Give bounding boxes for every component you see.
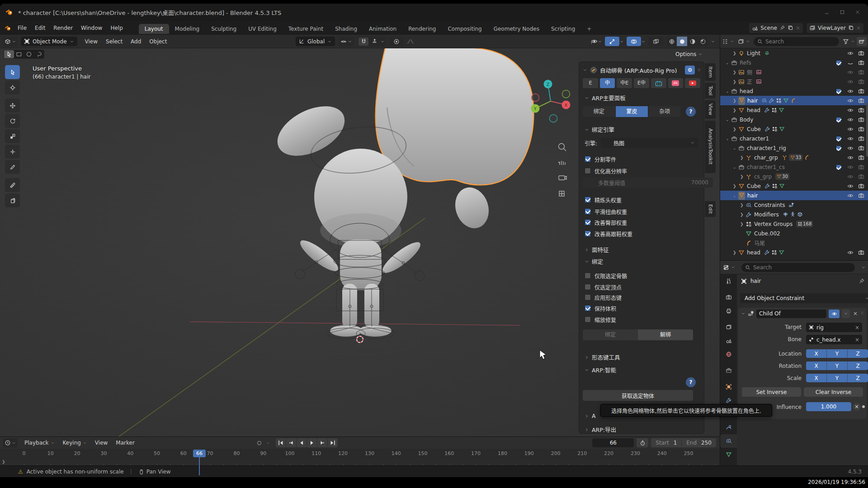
- disable-render-icon[interactable]: [857, 69, 866, 75]
- checkbox[interactable]: [585, 316, 591, 323]
- collection-checkbox[interactable]: [834, 145, 843, 151]
- constraint-enable-eye-icon[interactable]: [829, 310, 840, 318]
- workspace-tab-uv-editing[interactable]: UV Editing: [242, 24, 283, 34]
- scale-x-toggle[interactable]: X: [806, 374, 827, 382]
- hide-viewport-icon[interactable]: [846, 136, 855, 142]
- sidebar-tab-edit[interactable]: Edit: [705, 201, 716, 217]
- arp-section-hidden[interactable]: A: [585, 413, 596, 419]
- hide-viewport-icon[interactable]: [846, 164, 855, 170]
- outliner-row-马尾[interactable]: 马尾: [720, 238, 868, 248]
- collapse-icon[interactable]: ⌄: [733, 146, 738, 150]
- timeline-menu-view[interactable]: View: [91, 440, 112, 446]
- arp-section-smart[interactable]: ARP:智能: [585, 366, 616, 374]
- disable-render-icon[interactable]: [857, 50, 866, 56]
- falloff-dropdown-icon[interactable]: [405, 39, 416, 44]
- checkbox[interactable]: [585, 156, 591, 162]
- disable-render-icon[interactable]: [857, 145, 866, 151]
- hair-object-selected[interactable]: [376, 48, 534, 185]
- character-torso[interactable]: [340, 239, 382, 290]
- scale-z-toggle[interactable]: Z: [848, 374, 868, 382]
- properties-tab-render[interactable]: [720, 291, 737, 304]
- jump-to-start-button[interactable]: [276, 438, 286, 447]
- next-keyframe-button[interactable]: [317, 438, 327, 447]
- expand-icon[interactable]: ❯: [733, 70, 738, 75]
- disable-render-icon[interactable]: [857, 60, 866, 66]
- shading-solid-icon[interactable]: [677, 37, 687, 46]
- outliner-row-侧[interactable]: ❯侧: [720, 67, 868, 77]
- pin-icon[interactable]: [779, 25, 785, 31]
- shading-rendered-icon[interactable]: [698, 37, 708, 46]
- rotation-z-toggle[interactable]: Z: [848, 361, 868, 370]
- hide-viewport-icon[interactable]: [846, 88, 855, 94]
- properties-tab-physics[interactable]: [720, 421, 737, 434]
- sidebar-tab-view[interactable]: View: [705, 100, 716, 118]
- arp-bind-check-3[interactable]: 保持体积: [585, 304, 616, 312]
- checkbox[interactable]: [585, 272, 591, 279]
- outliner-row-Cube[interactable]: ❯Cube: [720, 124, 868, 134]
- animate-dot-icon[interactable]: [862, 405, 865, 408]
- outliner-row-Light[interactable]: ❯Light: [720, 48, 868, 58]
- expand-icon[interactable]: ❯: [733, 250, 738, 255]
- tool-scale-button[interactable]: [5, 129, 20, 143]
- tool-move-button[interactable]: [5, 99, 20, 113]
- arp-check-split-parts[interactable]: 分割零件: [585, 155, 616, 163]
- play-button[interactable]: [307, 438, 317, 447]
- select-mode-tweak[interactable]: [4, 50, 14, 58]
- viewport-menu-view[interactable]: View: [81, 38, 102, 45]
- hide-viewport-icon[interactable]: [846, 174, 855, 180]
- help-button[interactable]: ?: [686, 107, 696, 117]
- overlays-toggle[interactable]: [627, 37, 646, 46]
- close-icon[interactable]: [850, 9, 865, 15]
- xray-toggle-icon[interactable]: [648, 37, 664, 46]
- checkbox[interactable]: [585, 219, 591, 225]
- breadcrumb-object[interactable]: hair: [750, 278, 761, 284]
- clear-bone-icon[interactable]: ×: [855, 337, 859, 343]
- snap-magnet-icon[interactable]: [359, 38, 368, 46]
- outliner-search-input[interactable]: Search: [754, 37, 839, 46]
- properties-search-input[interactable]: Search: [741, 263, 855, 272]
- arp-section-bind[interactable]: 绑定: [585, 257, 603, 266]
- outliner-row-Body[interactable]: ⌄Body: [720, 115, 868, 124]
- hide-viewport-icon[interactable]: [846, 50, 855, 56]
- outliner-row-char_grp[interactable]: ❯char_grp33: [720, 153, 868, 162]
- panel-expand-icon[interactable]: [741, 311, 745, 316]
- workspace-tab-rendering[interactable]: Rendering: [402, 24, 442, 34]
- expand-icon[interactable]: ❯: [740, 203, 745, 207]
- arp-threshold-slider[interactable]: 多数量阈值70000: [583, 178, 713, 188]
- checkbox[interactable]: [585, 168, 591, 174]
- auto-keying-icon[interactable]: [255, 440, 264, 446]
- disable-render-icon[interactable]: [857, 98, 866, 104]
- disable-render-icon[interactable]: [857, 174, 866, 180]
- clear-inverse-button[interactable]: Clear Inverse: [804, 387, 863, 397]
- outliner-row-Vertex Groups[interactable]: ❯Vertex Groups168: [720, 219, 868, 229]
- viewport-menu-select[interactable]: Select: [102, 38, 127, 45]
- add-constraint-button[interactable]: Add Object Constraint: [740, 293, 868, 303]
- timeline-ruler[interactable]: 0102030405060708090100110120130140150160…: [0, 449, 720, 459]
- engine-dropdown[interactable]: 热图: [601, 138, 698, 148]
- bone-field[interactable]: c_head.x ×: [806, 335, 862, 344]
- properties-tab-world[interactable]: [720, 347, 737, 361]
- lang-tab[interactable]: E: [583, 78, 598, 88]
- hide-viewport-icon[interactable]: [846, 249, 855, 256]
- viewport-menu-object[interactable]: Object: [145, 38, 171, 45]
- disable-render-icon[interactable]: [857, 164, 866, 170]
- proportional-editing-icon[interactable]: [389, 37, 404, 46]
- clear-target-icon[interactable]: ×: [855, 324, 859, 331]
- checkbox[interactable]: [585, 230, 591, 237]
- menu-edit[interactable]: Edit: [31, 25, 49, 31]
- location-x-toggle[interactable]: X: [806, 349, 827, 358]
- chevron-down-icon[interactable]: [730, 39, 734, 43]
- options-dropdown[interactable]: Options: [675, 50, 703, 59]
- workspace-tab-layout[interactable]: Layout: [139, 24, 169, 34]
- lang-tab[interactable]: E中: [634, 78, 649, 88]
- maximize-icon[interactable]: [835, 9, 850, 15]
- chevron-down-icon[interactable]: [731, 265, 735, 269]
- disable-render-icon[interactable]: [857, 117, 866, 123]
- arp-mode-绑定[interactable]: 绑定: [583, 106, 616, 117]
- collection-checkbox[interactable]: [834, 89, 843, 94]
- new-collection-icon[interactable]: [857, 37, 867, 46]
- arp-bind-check-2[interactable]: 应用形态键: [585, 293, 622, 301]
- hide-viewport-icon[interactable]: [846, 117, 855, 123]
- collapse-icon[interactable]: ⌄: [726, 89, 731, 94]
- workspace-tab-animation[interactable]: Animation: [363, 24, 402, 34]
